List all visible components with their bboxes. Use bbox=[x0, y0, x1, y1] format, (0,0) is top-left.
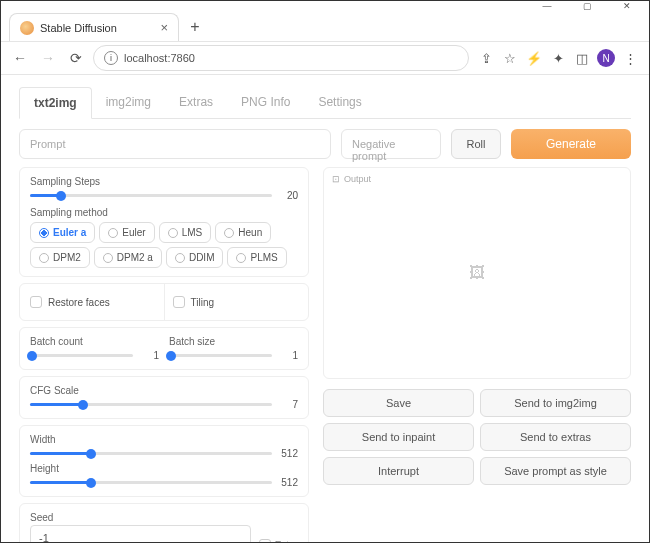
faces-tiling-panel: Restore faces Tiling bbox=[19, 283, 309, 321]
extension-icon[interactable]: ⚡ bbox=[523, 47, 545, 69]
send-inpaint-button[interactable]: Send to inpaint bbox=[323, 423, 474, 451]
maximize-button[interactable]: ▢ bbox=[567, 1, 607, 11]
new-tab-button[interactable]: + bbox=[183, 15, 207, 39]
height-slider[interactable] bbox=[30, 476, 272, 488]
prompt-input[interactable]: Prompt bbox=[19, 129, 331, 159]
radio-heun[interactable]: Heun bbox=[215, 222, 271, 243]
radio-plms[interactable]: PLMS bbox=[227, 247, 286, 268]
width-label: Width bbox=[30, 434, 298, 445]
url-text: localhost:7860 bbox=[124, 52, 195, 64]
page-content: txt2img img2img Extras PNG Info Settings… bbox=[1, 75, 649, 543]
tab-pnginfo[interactable]: PNG Info bbox=[227, 87, 304, 118]
side-panel-icon[interactable]: ◫ bbox=[571, 47, 593, 69]
batch-count-value: 1 bbox=[139, 350, 159, 361]
back-button[interactable]: ← bbox=[9, 47, 31, 69]
tiling-checkbox[interactable]: Tiling bbox=[173, 292, 299, 312]
width-slider[interactable] bbox=[30, 447, 272, 459]
save-button[interactable]: Save bbox=[323, 389, 474, 417]
browser-toolbar: ← → ⟳ i localhost:7860 ⇪ ☆ ⚡ ✦ ◫ N ⋮ bbox=[1, 41, 649, 75]
main-tabs: txt2img img2img Extras PNG Info Settings bbox=[19, 87, 631, 119]
site-info-icon[interactable]: i bbox=[104, 51, 118, 65]
tab-extras[interactable]: Extras bbox=[165, 87, 227, 118]
output-area: ⊡Output 🖼 bbox=[323, 167, 631, 379]
restore-faces-checkbox[interactable]: Restore faces bbox=[30, 292, 156, 312]
profile-avatar[interactable]: N bbox=[595, 47, 617, 69]
close-window-button[interactable]: ✕ bbox=[607, 1, 647, 11]
share-icon[interactable]: ⇪ bbox=[475, 47, 497, 69]
reload-button[interactable]: ⟳ bbox=[65, 47, 87, 69]
seed-label: Seed bbox=[30, 512, 298, 523]
sampling-method-label: Sampling method bbox=[30, 207, 298, 218]
browser-tab[interactable]: Stable Diffusion × bbox=[9, 13, 179, 41]
batch-count-slider[interactable] bbox=[30, 349, 133, 361]
minimize-button[interactable]: — bbox=[527, 1, 567, 11]
radio-ddim[interactable]: DDIM bbox=[166, 247, 224, 268]
send-img2img-button[interactable]: Send to img2img bbox=[480, 389, 631, 417]
batch-count-label: Batch count bbox=[30, 336, 159, 347]
interrupt-button[interactable]: Interrupt bbox=[323, 457, 474, 485]
output-placeholder-icon: 🖼 bbox=[469, 264, 485, 282]
radio-dpm2[interactable]: DPM2 bbox=[30, 247, 90, 268]
tab-img2img[interactable]: img2img bbox=[92, 87, 165, 118]
cfg-label: CFG Scale bbox=[30, 385, 298, 396]
sampling-method-radios: Euler a Euler LMS Heun DPM2 DPM2 a DDIM … bbox=[30, 222, 298, 268]
close-tab-icon[interactable]: × bbox=[160, 20, 168, 35]
cfg-slider[interactable] bbox=[30, 398, 272, 410]
extensions-icon[interactable]: ✦ bbox=[547, 47, 569, 69]
height-value: 512 bbox=[278, 477, 298, 488]
height-label: Height bbox=[30, 463, 298, 474]
cfg-value: 7 bbox=[278, 399, 298, 410]
radio-euler[interactable]: Euler bbox=[99, 222, 154, 243]
menu-icon[interactable]: ⋮ bbox=[619, 47, 641, 69]
image-icon: ⊡ bbox=[332, 174, 340, 184]
radio-lms[interactable]: LMS bbox=[159, 222, 212, 243]
sampling-panel: Sampling Steps 20 Sampling method Euler … bbox=[19, 167, 309, 277]
favicon-icon bbox=[20, 21, 34, 35]
tab-title: Stable Diffusion bbox=[40, 22, 117, 34]
radio-euler-a[interactable]: Euler a bbox=[30, 222, 95, 243]
seed-input[interactable]: -1 bbox=[30, 525, 251, 543]
size-panel: Width 512 Height 512 bbox=[19, 425, 309, 497]
batch-size-value: 1 bbox=[278, 350, 298, 361]
tab-txt2img[interactable]: txt2img bbox=[19, 87, 92, 119]
forward-button[interactable]: → bbox=[37, 47, 59, 69]
radio-dpm2a[interactable]: DPM2 a bbox=[94, 247, 162, 268]
address-bar[interactable]: i localhost:7860 bbox=[93, 45, 469, 71]
negative-prompt-input[interactable]: Negative prompt bbox=[341, 129, 441, 159]
generate-button[interactable]: Generate bbox=[511, 129, 631, 159]
batch-panel: Batch count 1 Batch size 1 bbox=[19, 327, 309, 370]
batch-size-label: Batch size bbox=[169, 336, 298, 347]
cfg-panel: CFG Scale 7 bbox=[19, 376, 309, 419]
window-titlebar: — ▢ ✕ bbox=[1, 1, 649, 11]
roll-button[interactable]: Roll bbox=[451, 129, 501, 159]
bookmark-icon[interactable]: ☆ bbox=[499, 47, 521, 69]
batch-size-slider[interactable] bbox=[169, 349, 272, 361]
sampling-steps-value: 20 bbox=[278, 190, 298, 201]
seed-panel: Seed -1 Extra bbox=[19, 503, 309, 543]
tab-settings[interactable]: Settings bbox=[304, 87, 375, 118]
seed-extra-checkbox[interactable]: Extra bbox=[259, 539, 298, 543]
output-label: Output bbox=[344, 174, 371, 184]
browser-tabstrip: Stable Diffusion × + bbox=[1, 11, 649, 41]
sampling-steps-label: Sampling Steps bbox=[30, 176, 298, 187]
width-value: 512 bbox=[278, 448, 298, 459]
send-extras-button[interactable]: Send to extras bbox=[480, 423, 631, 451]
save-style-button[interactable]: Save prompt as style bbox=[480, 457, 631, 485]
sampling-steps-slider[interactable] bbox=[30, 189, 272, 201]
